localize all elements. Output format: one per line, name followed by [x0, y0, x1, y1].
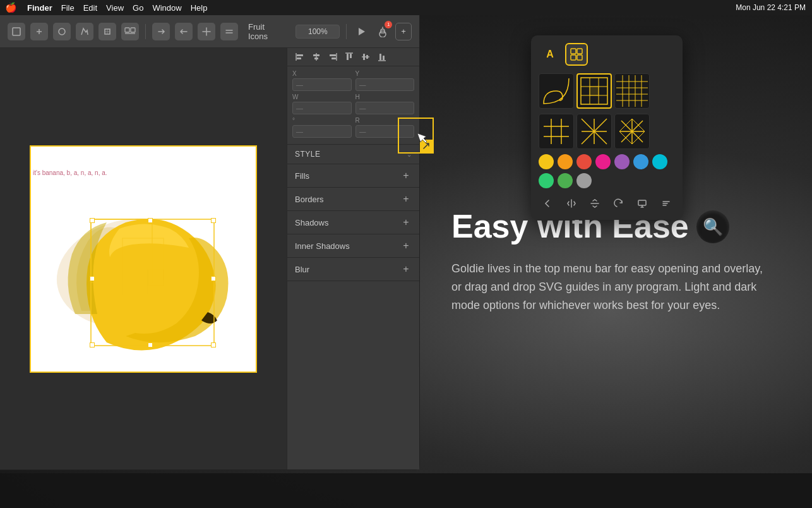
rot-label: °	[292, 117, 352, 124]
align-center-v[interactable]	[358, 51, 373, 63]
fills-label: Fills	[295, 171, 309, 181]
blur-label: Blur	[295, 265, 309, 274]
menu-edit[interactable]: Edit	[83, 3, 97, 13]
toolbar-btn-flatten[interactable]	[220, 23, 238, 40]
screen-btn[interactable]	[633, 195, 651, 212]
zoom-percent[interactable]: 100%	[296, 25, 340, 39]
borders-add-btn[interactable]: +	[400, 193, 412, 205]
canvas-area[interactable]: it's banana, b, a, n, a, n, a.	[0, 48, 287, 469]
rule-thirds-guide[interactable]	[576, 73, 612, 109]
color-purple[interactable]	[614, 154, 630, 169]
toolbar-btn-forward[interactable]	[152, 23, 170, 40]
inner-shadows-add-btn[interactable]: +	[400, 240, 412, 251]
hash-guide[interactable]	[539, 114, 574, 149]
toolbar-btn-arrange[interactable]	[198, 23, 215, 40]
x-input[interactable]	[292, 78, 352, 91]
color-blue[interactable]	[633, 154, 648, 169]
rot-input[interactable]	[292, 125, 352, 138]
toolbar-btn-3[interactable]	[53, 23, 71, 40]
h-label: H	[355, 94, 415, 100]
shadows-row: Shadows +	[287, 211, 419, 234]
toolbar-btn-2[interactable]	[30, 23, 48, 40]
prev-btn[interactable]	[539, 195, 556, 212]
svg-rect-12	[297, 57, 301, 59]
toolbar-btn-1[interactable]	[8, 23, 25, 40]
toolbar-btn-back[interactable]	[175, 23, 193, 40]
menu-help[interactable]: Help	[191, 3, 208, 13]
color-dark-green[interactable]	[558, 173, 573, 188]
svg-line-59	[619, 131, 626, 138]
app-content: it's banana, b, a, n, a, n, a.	[0, 48, 419, 469]
menu-window[interactable]: Window	[152, 3, 181, 13]
borders-label: Borders	[295, 195, 324, 204]
w-input[interactable]	[292, 102, 352, 114]
flip-v-btn[interactable]	[586, 195, 604, 212]
color-pink[interactable]	[595, 154, 611, 169]
guide-icons-row2	[539, 114, 675, 149]
divider-2	[346, 24, 347, 39]
style-section: STYLE ⌄ Fills + Borders +	[287, 145, 419, 469]
settings-btn[interactable]	[657, 195, 675, 212]
color-gray[interactable]	[576, 173, 592, 188]
color-green[interactable]	[539, 173, 554, 188]
blur-add-btn[interactable]: +	[400, 263, 412, 275]
handle-br[interactable]	[211, 342, 216, 348]
menu-file[interactable]: File	[61, 3, 75, 13]
toolbar-btn-5[interactable]	[99, 23, 116, 40]
handle-bm[interactable]	[148, 342, 153, 348]
toolbar-btn-4[interactable]	[76, 23, 93, 40]
menu-go[interactable]: Go	[133, 3, 143, 13]
canvas-art-name-label: it's banana, b, a, n, a, n, a.	[33, 169, 107, 176]
menu-bar: 🍎 Finder File Edit View Go Window Help M…	[0, 0, 812, 15]
promo-icon: 🔍	[696, 210, 729, 243]
color-yellow[interactable]	[539, 154, 554, 169]
grid-lines-guide[interactable]	[614, 73, 650, 109]
align-left[interactable]	[292, 51, 307, 63]
menu-view[interactable]: View	[106, 3, 124, 13]
finder-menu[interactable]: Finder	[27, 3, 52, 13]
inner-shadows-label: Inner Shadows	[295, 241, 350, 251]
style-label: STYLE	[295, 150, 321, 159]
align-right[interactable]	[325, 51, 340, 63]
inspector-panel: X Y W H	[287, 48, 419, 469]
svg-rect-17	[347, 54, 349, 60]
y-input[interactable]	[355, 78, 415, 91]
handle-ml[interactable]	[90, 276, 95, 281]
color-red[interactable]	[576, 154, 592, 169]
handle-mr[interactable]	[211, 276, 216, 281]
w-field: W	[292, 94, 352, 114]
coord-row-wh: W H	[292, 94, 414, 114]
align-bottom[interactable]	[374, 51, 390, 63]
style-chevron-icon[interactable]: ⌄	[407, 151, 412, 158]
color-cyan[interactable]	[652, 154, 667, 169]
shadows-add-btn[interactable]: +	[400, 217, 412, 228]
fills-add-btn[interactable]: +	[400, 170, 412, 181]
guide-icons-row1	[539, 73, 675, 109]
toolbar-add-page[interactable]: +	[395, 23, 412, 40]
align-top[interactable]	[342, 51, 357, 63]
cp-tab-a[interactable]: A	[539, 43, 561, 66]
handle-tr[interactable]	[211, 218, 216, 223]
toolbar-btn-groups[interactable]	[121, 23, 139, 40]
apple-menu[interactable]: 🍎	[5, 2, 17, 13]
color-orange[interactable]	[558, 154, 573, 169]
divider-1	[145, 24, 146, 39]
rotate-btn[interactable]	[610, 195, 628, 212]
cp-tab-grid[interactable]	[565, 43, 588, 66]
handle-bl[interactable]	[90, 342, 95, 348]
shadows-label: Shadows	[295, 218, 328, 227]
menu-time: Mon Jun 22 4:21 PM	[736, 3, 806, 12]
flip-h-btn[interactable]	[563, 195, 580, 212]
canvas-panel: it's banana, b, a, n, a, n, a.	[0, 48, 287, 469]
notification-icon[interactable]: 1	[374, 23, 391, 40]
svg-rect-61	[638, 200, 646, 205]
golden-spiral-guide[interactable]	[539, 73, 574, 109]
handle-tl[interactable]	[90, 218, 95, 223]
h-input[interactable]	[355, 102, 415, 114]
align-center-h[interactable]	[309, 51, 324, 63]
play-button[interactable]	[353, 23, 369, 40]
radius-input[interactable]	[355, 125, 415, 138]
handle-tm[interactable]	[148, 218, 153, 223]
x-pattern-guide[interactable]	[576, 114, 612, 149]
snowflake-guide[interactable]	[614, 114, 650, 149]
